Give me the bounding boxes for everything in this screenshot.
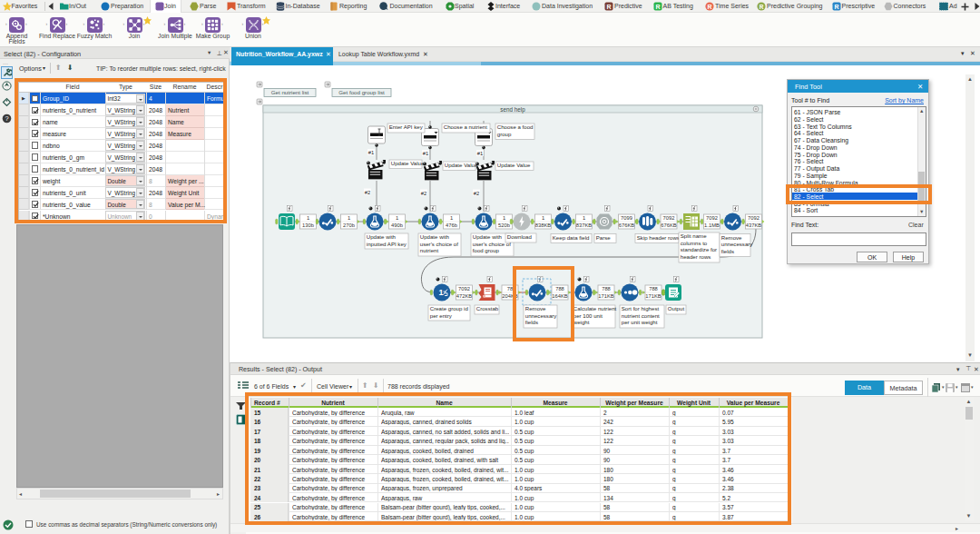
svg-text:1: 1 — [348, 215, 350, 221]
svg-text:#1: #1 — [423, 151, 428, 156]
svg-text:7092: 7092 — [706, 215, 718, 221]
svg-text:7092: 7092 — [458, 286, 470, 292]
svg-text:788: 788 — [555, 286, 564, 292]
svg-text:#1: #1 — [477, 151, 483, 156]
svg-text:Get food group list: Get food group list — [338, 89, 385, 95]
svg-text:171KB: 171KB — [645, 293, 662, 299]
svg-text:unnecessary: unnecessary — [721, 241, 754, 247]
svg-text:#2: #2 — [421, 191, 426, 196]
svg-text:Download: Download — [507, 233, 532, 240]
svg-text:1: 1 — [450, 215, 453, 221]
svg-text:Split name: Split name — [681, 232, 707, 239]
svg-text:171KB: 171KB — [598, 293, 614, 299]
svg-text:204KB: 204KB — [502, 293, 518, 299]
svg-text:?: ? — [5, 114, 8, 123]
svg-text:Remove: Remove — [721, 234, 742, 241]
svg-text:7099: 7099 — [621, 215, 632, 221]
svg-text:weight: weight — [573, 319, 590, 325]
svg-text:per 100 unit: per 100 unit — [573, 312, 603, 319]
svg-text:520b: 520b — [498, 222, 510, 228]
svg-text:Output: Output — [668, 305, 685, 312]
svg-text:Sort for highest: Sort for highest — [622, 305, 660, 312]
svg-text:1: 1 — [503, 215, 505, 221]
svg-text:R: R — [834, 4, 838, 10]
svg-text:user's choice of: user's choice of — [420, 241, 458, 247]
svg-text:Choose a nutrient: Choose a nutrient — [444, 124, 487, 130]
svg-text:78: 78 — [507, 286, 513, 292]
svg-text:Calculate nutrient: Calculate nutrient — [573, 305, 617, 312]
svg-text:130b: 130b — [302, 222, 314, 228]
svg-text:#2: #2 — [365, 190, 370, 195]
svg-text:per unit weight: per unit weight — [622, 319, 658, 325]
svg-text:group: group — [497, 131, 512, 137]
svg-text:R: R — [707, 4, 711, 10]
svg-text:Enter API key: Enter API key — [389, 124, 424, 130]
svg-text:per entry: per entry — [430, 312, 453, 319]
svg-text:1: 1 — [583, 215, 585, 221]
svg-text:472KB: 472KB — [456, 293, 473, 299]
svg-text:nutrient content: nutrient content — [622, 312, 660, 319]
svg-text:columns to: columns to — [681, 240, 708, 246]
svg-text:676KB: 676KB — [619, 222, 635, 228]
svg-text:7092: 7092 — [663, 215, 675, 221]
svg-text:437KB: 437KB — [746, 222, 762, 228]
svg-text:1.1MB: 1.1MB — [704, 222, 720, 228]
svg-text:1: 1 — [307, 215, 309, 221]
svg-text:788: 788 — [649, 286, 658, 292]
svg-text:#1: #1 — [368, 150, 374, 155]
svg-text:#2: #2 — [474, 191, 479, 196]
svg-text:164KB: 164KB — [552, 293, 568, 299]
svg-text:send help: send help — [500, 106, 525, 114]
svg-text:nutrient: nutrient — [420, 247, 439, 253]
svg-text:Get nutrient list: Get nutrient list — [271, 89, 309, 95]
svg-text:header rows: header rows — [681, 253, 711, 260]
svg-text:R: R — [655, 4, 660, 10]
svg-text:Update with: Update with — [367, 233, 396, 240]
svg-text:676KB: 676KB — [661, 222, 677, 228]
svg-text:R: R — [606, 4, 611, 10]
svg-text:Keep data field: Keep data field — [553, 234, 590, 241]
svg-text:Create group id: Create group id — [430, 305, 468, 312]
svg-text:R: R — [759, 4, 763, 10]
svg-text:Update Value: Update Value — [497, 162, 531, 168]
svg-text:788: 788 — [602, 286, 611, 292]
svg-text:1: 1 — [438, 288, 443, 297]
svg-text:1: 1 — [396, 215, 398, 221]
svg-text:Parse: Parse — [596, 234, 612, 241]
svg-text:Update with: Update with — [420, 233, 449, 240]
svg-text:Skip header rows: Skip header rows — [637, 234, 680, 241]
svg-text:838KB: 838KB — [535, 222, 552, 228]
svg-text:837KB: 837KB — [576, 222, 593, 228]
svg-text:Crosstab: Crosstab — [476, 305, 499, 312]
svg-text:fields: fields — [721, 248, 734, 254]
svg-text:Update Value: Update Value — [445, 162, 478, 168]
svg-text:1: 1 — [542, 215, 544, 221]
svg-text:Update Value: Update Value — [391, 160, 425, 166]
svg-text:7092: 7092 — [748, 215, 760, 221]
svg-text:standardize for: standardize for — [681, 246, 717, 252]
svg-text:270b: 270b — [343, 222, 355, 228]
svg-text:490b: 490b — [391, 222, 403, 228]
svg-text:Remove: Remove — [525, 305, 546, 312]
svg-text:fields: fields — [525, 319, 538, 325]
svg-text:476b: 476b — [446, 222, 457, 228]
svg-text:Choose a food: Choose a food — [497, 124, 534, 130]
svg-text:Update with: Update with — [473, 233, 502, 240]
svg-text:unnecessary: unnecessary — [525, 312, 558, 319]
svg-text:inputted API key: inputted API key — [367, 241, 407, 247]
svg-text:food group: food group — [473, 247, 500, 253]
